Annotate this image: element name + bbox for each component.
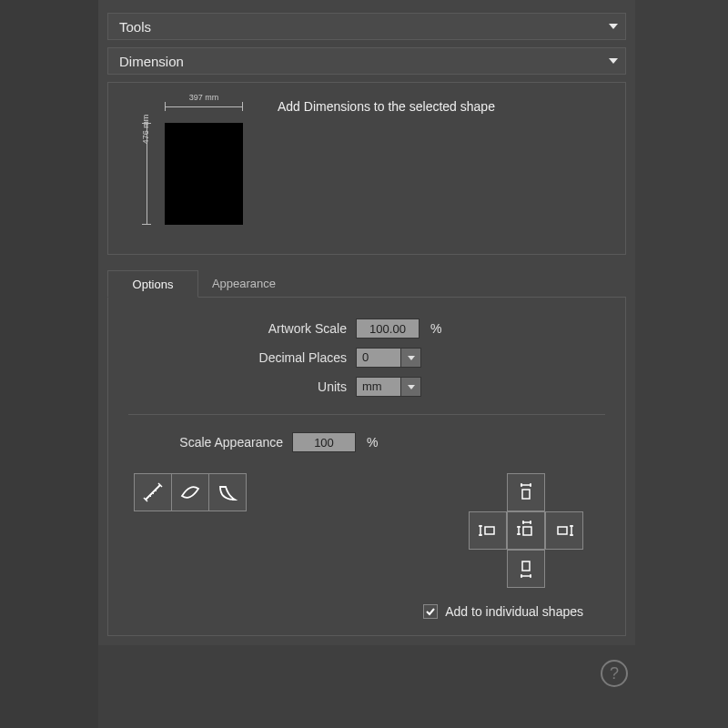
- preview-width-label: 397 mm: [165, 93, 243, 102]
- chevron-down-icon: [609, 24, 618, 29]
- tabs: Options Appearance: [107, 269, 626, 298]
- tab-appearance[interactable]: Appearance: [198, 269, 289, 297]
- arc-icon: [215, 480, 240, 505]
- units-dropdown-button[interactable]: [401, 377, 421, 397]
- tools-section-header[interactable]: Tools: [107, 13, 626, 40]
- units-label: Units: [128, 379, 347, 394]
- units-select[interactable]: mm: [356, 377, 421, 397]
- hint-text: Add Dimensions to the selected shape: [278, 96, 495, 114]
- arc-dimension-button[interactable]: [208, 473, 247, 511]
- svg-line-0: [146, 485, 160, 500]
- chevron-down-icon: [408, 385, 415, 389]
- units-value: mm: [356, 377, 401, 397]
- hint-box: 397 mm 476 mm Add Dimensions to the sele…: [107, 82, 626, 255]
- preview-height-label: 476 mm: [141, 78, 154, 180]
- divider: [128, 414, 605, 415]
- help-button[interactable]: ?: [601, 660, 628, 687]
- svg-rect-9: [522, 490, 530, 499]
- placement-center-icon: [514, 519, 538, 542]
- tab-options[interactable]: Options: [107, 270, 198, 298]
- dimension-section-title: Dimension: [119, 54, 184, 69]
- svg-rect-20: [523, 527, 531, 535]
- placement-top-button[interactable]: [507, 473, 545, 511]
- linear-dimension-button[interactable]: [134, 473, 172, 511]
- scale-appearance-label: Scale Appearance: [128, 435, 283, 450]
- dimension-type-group: [134, 473, 247, 511]
- svg-rect-21: [558, 527, 567, 534]
- placement-right-icon: [552, 519, 576, 542]
- artwork-scale-label: Artwork Scale: [128, 321, 347, 336]
- options-panel: Artwork Scale % Decimal Places 0 Units m…: [107, 298, 626, 636]
- placement-bottom-button[interactable]: [507, 550, 545, 588]
- check-icon: [425, 606, 436, 617]
- svg-rect-13: [485, 527, 494, 534]
- chevron-down-icon: [408, 356, 415, 360]
- svg-rect-25: [522, 561, 530, 571]
- linear-dimension-icon: [140, 480, 166, 505]
- dimension-placement-grid: [469, 473, 583, 588]
- scale-appearance-input[interactable]: [292, 432, 356, 452]
- placement-right-button[interactable]: [545, 511, 583, 550]
- placement-left-button[interactable]: [469, 511, 507, 550]
- placement-left-icon: [476, 519, 500, 542]
- dimension-section-header[interactable]: Dimension: [107, 47, 626, 75]
- tools-section-title: Tools: [119, 19, 151, 35]
- decimal-places-dropdown-button[interactable]: [401, 348, 421, 368]
- artwork-scale-suffix: %: [429, 321, 441, 336]
- placement-center-button[interactable]: [507, 511, 545, 550]
- dimension-preview-diagram: 397 mm 476 mm: [128, 96, 256, 241]
- add-individual-shapes-checkbox[interactable]: [423, 604, 438, 619]
- artwork-scale-input[interactable]: [356, 318, 420, 339]
- placement-bottom-icon: [514, 557, 538, 581]
- add-individual-shapes-label: Add to individual shapes: [445, 604, 583, 619]
- leaf-icon: [177, 480, 203, 505]
- scale-appearance-suffix: %: [365, 435, 378, 450]
- decimal-places-select[interactable]: 0: [356, 348, 421, 368]
- decimal-places-value: 0: [356, 348, 401, 368]
- decimal-places-label: Decimal Places: [128, 350, 347, 365]
- placement-top-icon: [514, 480, 538, 504]
- leaf-dimension-button[interactable]: [171, 473, 209, 511]
- chevron-down-icon: [609, 58, 618, 64]
